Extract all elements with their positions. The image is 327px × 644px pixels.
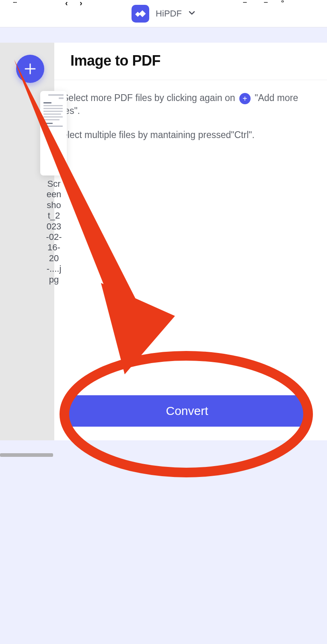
instructions-block: Select more PDF files by clicking again … (54, 80, 327, 142)
file-thumbnail (40, 91, 67, 175)
page-header: Image to PDF (54, 43, 327, 80)
instruction-line2: elect multiple files by mantaining press… (62, 128, 311, 141)
page-title: Image to PDF (70, 52, 311, 69)
status-text-left: .... (13, 0, 16, 4)
hipdf-logo-icon (132, 5, 149, 23)
svg-rect-0 (135, 12, 140, 17)
brand-dropdown-chevron-icon[interactable] (188, 9, 195, 18)
brand-name[interactable]: HiPDF (156, 8, 182, 19)
back-chevron-icon: ‹ (65, 0, 68, 8)
svg-rect-1 (139, 10, 146, 17)
add-files-button[interactable] (16, 55, 44, 83)
convert-button[interactable]: Convert (69, 395, 305, 427)
content-area: Image to PDF Select more PDF files by cl… (54, 43, 327, 440)
status-wifi-icon: .... (264, 0, 267, 4)
file-card[interactable]: Screenshot_2023-02-16-20-....jpg (40, 91, 67, 285)
forward-chevron-icon: › (80, 0, 82, 8)
horizontal-scroll-handle[interactable] (0, 453, 53, 457)
inline-plus-icon: + (239, 93, 251, 104)
app-topbar: .... ‹ › HiPDF .... .... ‹› (0, 0, 327, 27)
status-extra-icon: ‹› (281, 0, 284, 4)
instruction-line1-prefix: Select more PDF files by clicking again … (62, 93, 235, 103)
status-signal-icon: .... (243, 0, 247, 4)
file-name-label: Screenshot_2023-02-16-20-....jpg (46, 179, 62, 285)
